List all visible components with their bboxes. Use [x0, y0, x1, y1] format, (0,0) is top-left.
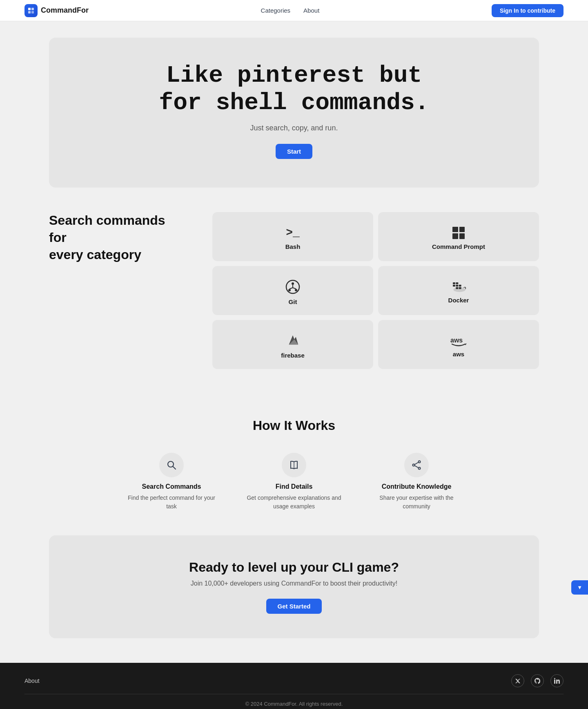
svg-rect-15 — [453, 282, 455, 284]
sign-in-button[interactable]: Sign In to contribute — [492, 4, 564, 17]
nav-about[interactable]: About — [303, 7, 319, 14]
categories-heading-text: Search commands for every category — [49, 212, 180, 263]
twitter-icon[interactable] — [511, 674, 524, 687]
bash-icon: >_ — [286, 226, 300, 239]
footer-top: About — [24, 674, 564, 687]
hero-heading-line1: Like pinterest but — [166, 62, 422, 89]
svg-rect-29 — [554, 680, 555, 684]
category-card-git[interactable]: Git — [212, 266, 373, 315]
svg-point-24 — [419, 461, 421, 463]
hero-heading: Like pinterest but for shell commands. — [65, 62, 523, 116]
category-label-firebase: firebase — [281, 352, 305, 359]
cta-card: Ready to level up your CLI game? Join 10… — [49, 535, 539, 638]
how-step-find-desc: Get comprehensive explanations and usage… — [245, 494, 343, 511]
how-step-search-title: Search Commands — [142, 483, 201, 490]
brand-logo-link[interactable]: CommandFor — [24, 4, 89, 17]
brand-name: CommandFor — [41, 6, 89, 15]
navbar: CommandFor Categories About Sign In to c… — [0, 0, 588, 21]
categories-grid: >_ Bash Command Prompt — [212, 212, 539, 369]
footer-bottom: © 2024 CommandFor. All rights reserved. — [24, 694, 564, 707]
docker-icon — [451, 281, 466, 293]
how-step-contribute-desc: Share your expertise with the community — [368, 494, 466, 511]
git-icon — [285, 280, 300, 294]
svg-rect-14 — [459, 285, 461, 286]
hero-start-button[interactable]: Start — [276, 144, 312, 159]
cta-section: Ready to level up your CLI game? Join 10… — [0, 535, 588, 638]
hero-heading-line2: for shell commands. — [159, 89, 429, 116]
svg-point-6 — [288, 289, 291, 291]
category-card-command-prompt[interactable]: Command Prompt — [378, 212, 539, 261]
floating-scroll-button[interactable]: ▼ — [571, 580, 588, 595]
svg-rect-0 — [28, 8, 31, 10]
share-icon-circle — [404, 453, 429, 477]
svg-rect-13 — [456, 285, 458, 286]
aws-icon: aws — [450, 335, 468, 347]
svg-line-27 — [414, 463, 418, 465]
how-heading: How It Works — [49, 418, 539, 433]
categories-section: Search commands for every category >_ Ba… — [0, 188, 588, 394]
command-prompt-icon — [452, 227, 465, 239]
hero-card: Like pinterest but for shell commands. J… — [49, 38, 539, 188]
category-card-firebase[interactable]: firebase — [212, 320, 373, 369]
svg-rect-12 — [453, 285, 455, 286]
how-steps: Search Commands Find the perfect command… — [49, 453, 539, 511]
svg-rect-3 — [31, 11, 34, 13]
hero-subtext: Just search, copy, and run. — [65, 124, 523, 132]
book-icon-circle — [282, 453, 306, 477]
svg-line-28 — [414, 466, 418, 468]
svg-point-30 — [554, 678, 555, 679]
how-step-contribute: Contribute Knowledge Share your expertis… — [368, 453, 466, 511]
footer-social-icons — [511, 674, 564, 687]
svg-rect-16 — [456, 282, 458, 284]
svg-text:aws: aws — [450, 337, 463, 344]
svg-point-26 — [419, 467, 421, 470]
nav-categories[interactable]: Categories — [261, 7, 291, 14]
search-icon-circle — [159, 453, 184, 477]
get-started-button[interactable]: Get Started — [266, 599, 322, 614]
category-label-bash: Bash — [285, 243, 301, 250]
cta-heading: Ready to level up your CLI game? — [65, 560, 523, 575]
svg-rect-17 — [456, 287, 458, 289]
category-label-command-prompt: Command Prompt — [432, 243, 485, 250]
footer-copyright: © 2024 CommandFor. All rights reserved. — [245, 701, 343, 707]
svg-point-25 — [413, 464, 415, 466]
svg-rect-2 — [28, 11, 31, 13]
svg-line-9 — [290, 288, 293, 289]
category-label-git: Git — [289, 298, 297, 305]
category-label-aws: aws — [453, 351, 464, 358]
category-label-docker: Docker — [448, 297, 469, 304]
how-step-search: Search Commands Find the perfect command… — [122, 453, 220, 511]
how-step-find-title: Find Details — [276, 483, 313, 490]
firebase-icon — [287, 334, 298, 348]
how-it-works-section: How It Works Search Commands Find the pe… — [0, 394, 588, 535]
category-card-bash[interactable]: >_ Bash — [212, 212, 373, 261]
github-icon[interactable] — [531, 674, 544, 687]
svg-point-7 — [295, 289, 297, 291]
svg-point-5 — [292, 282, 294, 285]
brand-logo-icon — [24, 4, 38, 17]
how-step-contribute-title: Contribute Knowledge — [382, 483, 452, 490]
svg-marker-20 — [465, 343, 467, 345]
svg-line-10 — [293, 288, 296, 289]
svg-rect-18 — [459, 287, 461, 289]
nav-links: Categories About — [261, 7, 320, 14]
floating-icon: ▼ — [577, 584, 582, 590]
svg-line-22 — [173, 467, 176, 470]
category-card-docker[interactable]: Docker — [378, 266, 539, 315]
footer-about-link[interactable]: About — [24, 678, 40, 684]
categories-heading: Search commands for every category — [49, 212, 180, 263]
footer: About © 2024 CommandFor. All — [0, 663, 588, 709]
how-step-find-details: Find Details Get comprehensive explanati… — [245, 453, 343, 511]
hero-section: Like pinterest but for shell commands. J… — [0, 38, 588, 188]
svg-rect-1 — [31, 8, 34, 10]
category-card-aws[interactable]: aws aws — [378, 320, 539, 369]
cta-subtext: Join 10,000+ developers using CommandFor… — [65, 580, 523, 587]
linkedin-icon[interactable] — [550, 674, 564, 687]
how-step-search-desc: Find the perfect command for your task — [122, 494, 220, 511]
